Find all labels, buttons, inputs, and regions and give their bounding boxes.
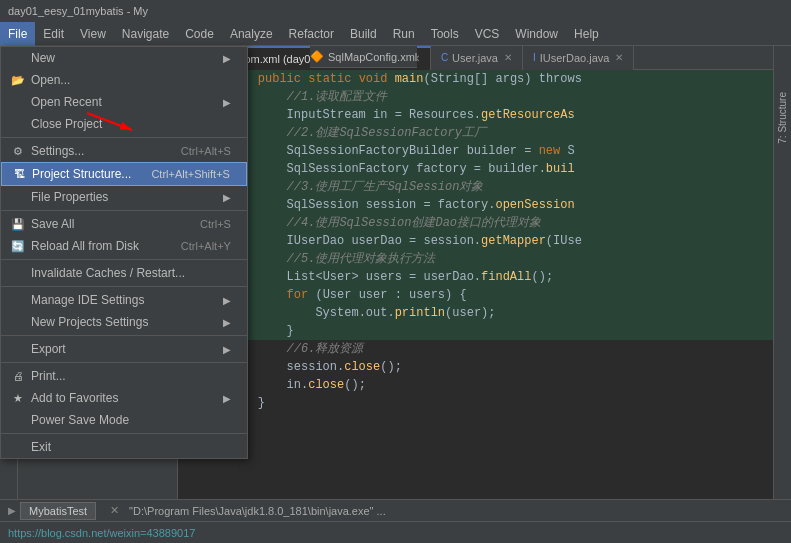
item-label: Manage IDE Settings: [31, 293, 144, 307]
shortcut: Ctrl+Alt+Y: [181, 240, 231, 252]
item-label: Save All: [31, 217, 74, 231]
code-line-32: 32 SqlSessionFactoryBuilder builder = ne…: [178, 142, 773, 160]
line-content: //5.使用代理对象执行方法: [229, 250, 773, 268]
code-line-43: 43 //6.释放资源: [178, 340, 773, 358]
menu-build[interactable]: Build: [342, 22, 385, 46]
item-label: Exit: [31, 440, 51, 454]
line-content: }: [229, 322, 773, 340]
tab-close[interactable]: ✕: [504, 52, 512, 63]
menu-help[interactable]: Help: [566, 22, 607, 46]
shortcut: Ctrl+Alt+Shift+S: [151, 168, 230, 180]
close-run-tab[interactable]: ✕: [110, 504, 119, 517]
separator: [1, 335, 247, 336]
menu-vcs[interactable]: VCS: [467, 22, 508, 46]
separator: [1, 259, 247, 260]
menu-window[interactable]: Window: [507, 22, 566, 46]
arrow-icon: ▶: [223, 393, 231, 404]
favorites-icon: ★: [11, 391, 25, 405]
tab-iuserdao[interactable]: I IUserDao.java ✕: [523, 46, 634, 70]
folder-open-icon: 📂: [11, 73, 25, 87]
tabs-bar: ⚙ − m pom.xml (day01_eesy_01mybatis) ✕ C…: [178, 46, 773, 70]
menu-item-print[interactable]: 🖨 Print...: [1, 365, 247, 387]
run-status: "D:\Program Files\Java\jdk1.8.0_181\bin\…: [129, 505, 386, 517]
menu-item-file-properties[interactable]: File Properties ▶: [1, 186, 247, 208]
item-label: Open...: [31, 73, 70, 87]
code-line-30: 30 InputStream in = Resources.getResourc…: [178, 106, 773, 124]
sidebar-label-structure[interactable]: 7: Structure: [777, 92, 788, 144]
menu-file[interactable]: File: [0, 22, 35, 46]
tab-label: IUserDao.java: [540, 52, 610, 64]
menu-item-save-all[interactable]: 💾 Save All Ctrl+S: [1, 213, 247, 235]
menu-item-open[interactable]: 📂 Open...: [1, 69, 247, 91]
status-bar: https://blog.csdn.net/weixin=43889017: [0, 521, 791, 543]
shortcut: Ctrl+Alt+S: [181, 145, 231, 157]
separator: [1, 433, 247, 434]
item-label: Invalidate Caches / Restart...: [31, 266, 185, 280]
menu-refactor[interactable]: Refactor: [281, 22, 342, 46]
line-content: //4.使用SqlSession创建Dao接口的代理对象: [229, 214, 773, 232]
line-content: IUserDao userDao = session.getMapper(IUs…: [229, 232, 773, 250]
item-label: Export: [31, 342, 66, 356]
menu-item-export[interactable]: Export ▶: [1, 338, 247, 360]
code-line-41: 41 System.out.println(user);: [178, 304, 773, 322]
menu-item-close-project[interactable]: Close Project: [1, 113, 247, 135]
reload-icon: 🔄: [11, 239, 25, 253]
menu-item-favorites[interactable]: ★ Add to Favorites ▶: [1, 387, 247, 409]
code-line-37: 37 IUserDao userDao = session.getMapper(…: [178, 232, 773, 250]
menu-item-reload[interactable]: 🔄 Reload All from Disk Ctrl+Alt+Y: [1, 235, 247, 257]
cache-icon: [11, 266, 25, 280]
run-tab[interactable]: MybatisTest: [20, 502, 96, 520]
menu-item-invalidate-caches[interactable]: Invalidate Caches / Restart...: [1, 262, 247, 284]
menu-code[interactable]: Code: [177, 22, 222, 46]
menu-analyze[interactable]: Analyze: [222, 22, 281, 46]
manage-icon: [11, 293, 25, 307]
tab-label: User.java: [452, 52, 498, 64]
menu-item-exit[interactable]: Exit: [1, 436, 247, 458]
print-icon: 🖨: [11, 369, 25, 383]
tab-close[interactable]: ✕: [615, 52, 623, 63]
xml-icon-path: 🔶: [310, 50, 324, 63]
run-bar: ▶ MybatisTest ✕ "D:\Program Files\Java\j…: [0, 499, 791, 521]
separator: [1, 137, 247, 138]
menu-item-project-structure[interactable]: 🏗 Project Structure... Ctrl+Alt+Shift+S: [1, 162, 247, 186]
menu-run[interactable]: Run: [385, 22, 423, 46]
menu-item-open-recent[interactable]: Open Recent ▶: [1, 91, 247, 113]
item-label: Project Structure...: [32, 167, 131, 181]
title-text: day01_eesy_01mybatis - My: [8, 5, 148, 17]
file-dropdown: New ▶ 📂 Open... Open Recent ▶ Close Proj…: [0, 46, 248, 459]
code-line-29: 29 //1.读取配置文件: [178, 88, 773, 106]
dropdown-menu: New ▶ 📂 Open... Open Recent ▶ Close Proj…: [0, 46, 248, 459]
menu-edit[interactable]: Edit: [35, 22, 72, 46]
status-text: https://blog.csdn.net/weixin=43889017: [8, 527, 195, 539]
file-path-bar: 🔶 SqlMapConfig.xml: [310, 46, 417, 68]
menu-item-power-save[interactable]: Power Save Mode: [1, 409, 247, 431]
line-content: }: [229, 394, 773, 412]
line-content: //6.释放资源: [229, 340, 773, 358]
menu-navigate[interactable]: Navigate: [114, 22, 177, 46]
menu-item-manage-ide[interactable]: Manage IDE Settings ▶: [1, 289, 247, 311]
line-content: in.close();: [229, 376, 773, 394]
menu-tools[interactable]: Tools: [423, 22, 467, 46]
item-label: Settings...: [31, 144, 84, 158]
tab-userjava[interactable]: C User.java ✕: [431, 46, 523, 70]
separator: [1, 286, 247, 287]
file-path-text: SqlMapConfig.xml: [328, 51, 417, 63]
menu-item-new-projects[interactable]: New Projects Settings ▶: [1, 311, 247, 333]
line-content: SqlSessionFactoryBuilder builder = new S: [229, 142, 773, 160]
menu-view[interactable]: View: [72, 22, 114, 46]
item-label: Power Save Mode: [31, 413, 129, 427]
item-label: New: [31, 51, 55, 65]
run-icon: ▶: [8, 505, 16, 516]
close-project-icon: [11, 117, 25, 131]
power-icon: [11, 413, 25, 427]
java-icon: I: [533, 52, 536, 63]
line-content: public static void main(String[] args) t…: [229, 70, 773, 88]
line-content: List<User> users = userDao.findAll();: [229, 268, 773, 286]
code-line-47: 47 }: [178, 412, 773, 430]
arrow-icon: ▶: [223, 97, 231, 108]
java-icon: C: [441, 52, 448, 63]
arrow-icon: ▶: [223, 295, 231, 306]
arrow-icon: ▶: [223, 192, 231, 203]
menu-item-new[interactable]: New ▶: [1, 47, 247, 69]
menu-item-settings[interactable]: ⚙ Settings... Ctrl+Alt+S: [1, 140, 247, 162]
